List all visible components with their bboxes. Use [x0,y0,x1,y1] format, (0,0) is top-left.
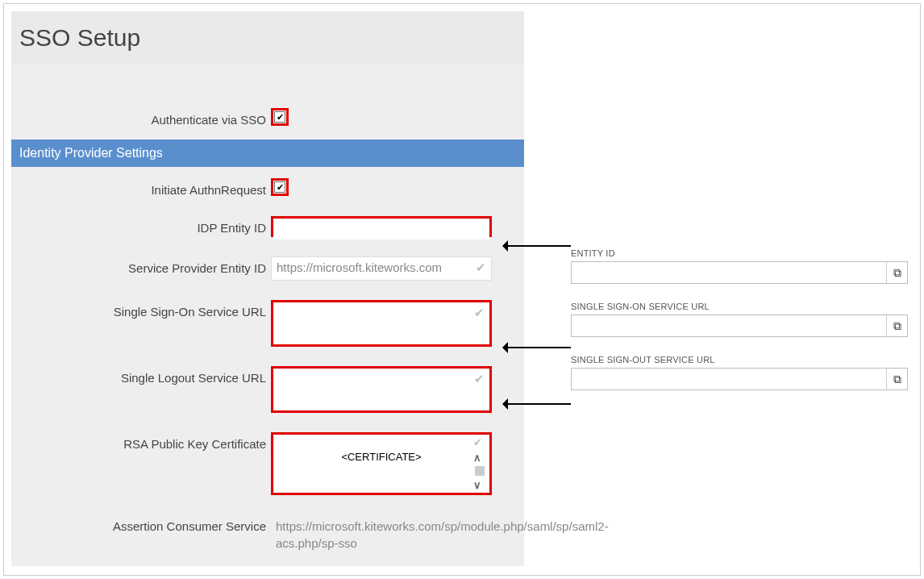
idp-settings-header: Identity Provider Settings [11,140,524,167]
sp-entity-id-value: https://microsoft.kiteworks.com [272,257,470,277]
rsa-cert-label: RSA Public Key Certificate [11,432,271,451]
initiate-authnrequest-checkbox[interactable]: ✔ [271,178,289,196]
rsa-cert-row: RSA Public Key Certificate <CERTIFICATE>… [11,429,524,498]
source-values-panel: ENTITY ID ⧉ SINGLE SIGN-ON SERVICE URL ⧉… [571,248,908,408]
check-icon: ✔ [474,306,485,320]
sp-entity-id-row: Service Provider Entity ID https://micro… [11,253,524,284]
slo-url-input[interactable]: ✔ [271,366,492,413]
sso-url-input[interactable]: ✔ [271,300,492,347]
scroll-thumb[interactable] [475,466,485,476]
slo-url-source-input[interactable] [572,369,886,389]
copy-button[interactable]: ⧉ [886,369,907,389]
form-area: Authenticate via SSO ✔ Identity Provider… [11,65,524,566]
acs-label: Assertion Consumer Service [11,514,271,533]
initiate-authnrequest-label: Initiate AuthnRequest [11,178,271,197]
acs-value: https://microsoft.kiteworks.com/sp/modul… [271,514,469,555]
slo-url-source-label: SINGLE SIGN-OUT SERVICE URL [571,355,908,364]
idp-entity-id-row: IDP Entity ID [11,213,524,240]
entity-id-source-label: ENTITY ID [571,248,908,258]
auth-via-sso-row: Authenticate via SSO ✔ [11,105,524,130]
scroll-down-icon[interactable]: ∨ [473,479,486,491]
scroll-up-icon[interactable]: ∧ [473,452,486,464]
idp-entity-id-label: IDP Entity ID [11,216,271,235]
sso-url-label: Single Sign-On Service URL [11,300,271,319]
mapping-arrow [506,245,571,247]
mapping-arrow [506,347,571,348]
slo-url-source-row: SINGLE SIGN-OUT SERVICE URL ⧉ [571,355,908,390]
copy-icon: ⧉ [893,266,901,280]
idp-entity-id-field[interactable] [273,219,489,240]
idp-entity-id-input[interactable] [271,216,492,237]
auth-via-sso-checkbox[interactable]: ✔ [271,108,289,126]
page-title: SSO Setup [19,24,140,51]
sso-url-row: Single Sign-On Service URL ✔ [11,297,524,350]
sso-url-source-label: SINGLE SIGN-ON SERVICE URL [571,302,908,311]
entity-id-source-input[interactable] [572,262,886,283]
textarea-scrollbar[interactable]: ✔ ∧ ∨ [473,436,486,491]
entity-id-source-row: ENTITY ID ⧉ [571,248,908,284]
copy-icon: ⧉ [893,319,901,333]
check-icon: ✔ [473,436,486,448]
sp-entity-id-label: Service Provider Entity ID [11,256,271,275]
rsa-cert-placeholder: <CERTIFICATE> [273,435,489,463]
copy-button[interactable]: ⧉ [886,315,907,336]
initiate-authnrequest-row: Initiate AuthnRequest ✔ [11,175,524,200]
mapping-arrow [506,403,571,405]
check-icon: ✔ [476,260,486,275]
copy-button[interactable]: ⧉ [886,262,907,283]
slo-url-row: Single Logout Service URL ✔ [11,363,524,416]
copy-icon: ⧉ [893,373,901,386]
sso-url-source-input[interactable] [572,315,886,336]
page-title-bar: SSO Setup [11,11,524,65]
sso-setup-panel: SSO Setup Authenticate via SSO ✔ Identit… [11,11,524,566]
auth-via-sso-label: Authenticate via SSO [11,108,271,127]
rsa-cert-input[interactable]: <CERTIFICATE> ✔ ∧ ∨ [271,432,492,495]
sso-url-source-row: SINGLE SIGN-ON SERVICE URL ⧉ [571,302,908,337]
slo-url-label: Single Logout Service URL [11,366,271,385]
check-icon: ✔ [474,372,485,386]
acs-row: Assertion Consumer Service https://micro… [11,511,524,558]
